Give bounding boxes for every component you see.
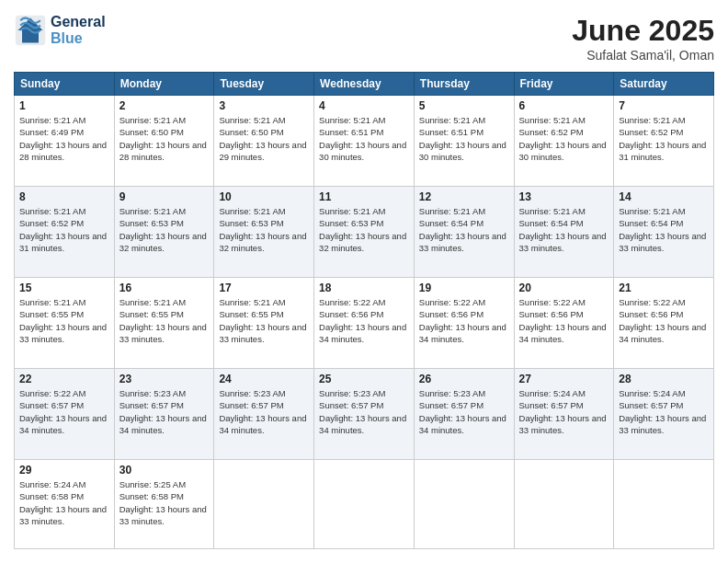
day-number: 29 bbox=[19, 464, 109, 477]
sunrise-label: Sunrise: 5:21 AM bbox=[219, 115, 285, 125]
sunset-label: Sunset: 6:56 PM bbox=[519, 309, 584, 319]
sunrise-label: Sunrise: 5:25 AM bbox=[119, 479, 186, 489]
day-detail: Sunrise: 5:22 AM Sunset: 6:56 PM Dayligh… bbox=[419, 296, 509, 345]
sunset-label: Sunset: 6:54 PM bbox=[619, 218, 683, 228]
day-detail: Sunrise: 5:23 AM Sunset: 6:57 PM Dayligh… bbox=[119, 387, 210, 436]
daylight-label: Daylight: 13 hours and 29 minutes. bbox=[219, 140, 306, 162]
table-row: 7 Sunrise: 5:21 AM Sunset: 6:52 PM Dayli… bbox=[614, 96, 714, 187]
table-row bbox=[514, 460, 614, 549]
table-row: 19 Sunrise: 5:22 AM Sunset: 6:56 PM Dayl… bbox=[414, 278, 514, 369]
daylight-label: Daylight: 13 hours and 34 minutes. bbox=[319, 413, 406, 435]
day-detail: Sunrise: 5:21 AM Sunset: 6:49 PM Dayligh… bbox=[19, 114, 109, 163]
sunset-label: Sunset: 6:51 PM bbox=[319, 127, 383, 137]
day-number: 11 bbox=[319, 190, 409, 203]
sunrise-label: Sunrise: 5:21 AM bbox=[219, 297, 285, 307]
day-detail: Sunrise: 5:21 AM Sunset: 6:53 PM Dayligh… bbox=[219, 205, 309, 254]
daylight-label: Daylight: 13 hours and 34 minutes. bbox=[619, 322, 706, 344]
daylight-label: Daylight: 13 hours and 30 minutes. bbox=[319, 140, 406, 162]
daylight-label: Daylight: 13 hours and 32 minutes. bbox=[319, 231, 406, 253]
logo-line2: Blue bbox=[51, 30, 106, 47]
daylight-label: Daylight: 13 hours and 32 minutes. bbox=[219, 231, 306, 253]
sunrise-label: Sunrise: 5:24 AM bbox=[519, 388, 586, 398]
logo-text: General Blue bbox=[51, 14, 106, 47]
table-row: 11 Sunrise: 5:21 AM Sunset: 6:53 PM Dayl… bbox=[314, 187, 415, 278]
day-number: 4 bbox=[319, 99, 409, 112]
day-number: 24 bbox=[219, 373, 309, 385]
day-number: 13 bbox=[519, 190, 609, 203]
daylight-label: Daylight: 13 hours and 33 minutes. bbox=[119, 504, 207, 526]
sunset-label: Sunset: 6:57 PM bbox=[119, 400, 184, 410]
table-row: 6 Sunrise: 5:21 AM Sunset: 6:52 PM Dayli… bbox=[514, 96, 614, 187]
table-row: 25 Sunrise: 5:23 AM Sunset: 6:57 PM Dayl… bbox=[314, 369, 415, 460]
sunset-label: Sunset: 6:57 PM bbox=[19, 400, 84, 410]
sunset-label: Sunset: 6:58 PM bbox=[119, 491, 184, 501]
logo: General Blue bbox=[14, 14, 106, 47]
table-row bbox=[614, 460, 714, 549]
daylight-label: Daylight: 13 hours and 33 minutes. bbox=[19, 322, 107, 344]
sunset-label: Sunset: 6:49 PM bbox=[19, 127, 84, 137]
day-detail: Sunrise: 5:21 AM Sunset: 6:55 PM Dayligh… bbox=[19, 296, 109, 345]
sunset-label: Sunset: 6:57 PM bbox=[519, 400, 584, 410]
table-row: 26 Sunrise: 5:23 AM Sunset: 6:57 PM Dayl… bbox=[414, 369, 514, 460]
sunrise-label: Sunrise: 5:21 AM bbox=[219, 206, 285, 216]
sunrise-label: Sunrise: 5:21 AM bbox=[19, 206, 85, 216]
daylight-label: Daylight: 13 hours and 32 minutes. bbox=[119, 231, 207, 253]
calendar-row: 8 Sunrise: 5:21 AM Sunset: 6:52 PM Dayli… bbox=[15, 187, 714, 278]
table-row: 5 Sunrise: 5:21 AM Sunset: 6:51 PM Dayli… bbox=[414, 96, 514, 187]
table-row: 30 Sunrise: 5:25 AM Sunset: 6:58 PM Dayl… bbox=[114, 460, 214, 549]
calendar-row: 29 Sunrise: 5:24 AM Sunset: 6:58 PM Dayl… bbox=[15, 460, 714, 549]
day-detail: Sunrise: 5:22 AM Sunset: 6:57 PM Dayligh… bbox=[19, 387, 109, 436]
sunrise-label: Sunrise: 5:22 AM bbox=[19, 388, 85, 398]
sunrise-label: Sunrise: 5:21 AM bbox=[19, 115, 85, 125]
calendar-row: 15 Sunrise: 5:21 AM Sunset: 6:55 PM Dayl… bbox=[15, 278, 714, 369]
daylight-label: Daylight: 13 hours and 30 minutes. bbox=[519, 140, 607, 162]
sunset-label: Sunset: 6:56 PM bbox=[319, 309, 383, 319]
sunrise-label: Sunrise: 5:22 AM bbox=[419, 297, 485, 307]
sunset-label: Sunset: 6:50 PM bbox=[219, 127, 283, 137]
day-detail: Sunrise: 5:24 AM Sunset: 6:57 PM Dayligh… bbox=[519, 387, 609, 436]
day-number: 25 bbox=[319, 373, 409, 385]
day-detail: Sunrise: 5:21 AM Sunset: 6:52 PM Dayligh… bbox=[519, 114, 609, 163]
day-number: 3 bbox=[219, 99, 309, 112]
day-number: 5 bbox=[419, 99, 509, 112]
sunrise-label: Sunrise: 5:24 AM bbox=[19, 479, 85, 489]
location-subtitle: Sufalat Sama'il, Oman bbox=[572, 48, 714, 63]
day-number: 15 bbox=[19, 282, 109, 294]
table-row: 4 Sunrise: 5:21 AM Sunset: 6:51 PM Dayli… bbox=[314, 96, 415, 187]
daylight-label: Daylight: 13 hours and 31 minutes. bbox=[19, 231, 107, 253]
table-row: 21 Sunrise: 5:22 AM Sunset: 6:56 PM Dayl… bbox=[614, 278, 714, 369]
day-detail: Sunrise: 5:21 AM Sunset: 6:53 PM Dayligh… bbox=[319, 205, 409, 254]
daylight-label: Daylight: 13 hours and 34 minutes. bbox=[219, 413, 306, 435]
col-monday: Monday bbox=[114, 73, 214, 96]
table-row: 17 Sunrise: 5:21 AM Sunset: 6:55 PM Dayl… bbox=[214, 278, 314, 369]
day-detail: Sunrise: 5:24 AM Sunset: 6:57 PM Dayligh… bbox=[619, 387, 709, 436]
sunrise-label: Sunrise: 5:21 AM bbox=[419, 206, 485, 216]
day-number: 19 bbox=[419, 282, 509, 294]
day-detail: Sunrise: 5:21 AM Sunset: 6:53 PM Dayligh… bbox=[119, 205, 210, 254]
calendar-row: 1 Sunrise: 5:21 AM Sunset: 6:49 PM Dayli… bbox=[15, 96, 714, 187]
daylight-label: Daylight: 13 hours and 33 minutes. bbox=[619, 413, 706, 435]
table-row: 9 Sunrise: 5:21 AM Sunset: 6:53 PM Dayli… bbox=[114, 187, 214, 278]
col-saturday: Saturday bbox=[614, 73, 714, 96]
table-row: 8 Sunrise: 5:21 AM Sunset: 6:52 PM Dayli… bbox=[15, 187, 115, 278]
table-row: 28 Sunrise: 5:24 AM Sunset: 6:57 PM Dayl… bbox=[614, 369, 714, 460]
day-detail: Sunrise: 5:21 AM Sunset: 6:54 PM Dayligh… bbox=[619, 205, 709, 254]
sunset-label: Sunset: 6:52 PM bbox=[519, 127, 584, 137]
day-detail: Sunrise: 5:22 AM Sunset: 6:56 PM Dayligh… bbox=[619, 296, 709, 345]
sunset-label: Sunset: 6:52 PM bbox=[619, 127, 683, 137]
table-row: 15 Sunrise: 5:21 AM Sunset: 6:55 PM Dayl… bbox=[15, 278, 115, 369]
daylight-label: Daylight: 13 hours and 33 minutes. bbox=[119, 322, 207, 344]
sunrise-label: Sunrise: 5:22 AM bbox=[519, 297, 586, 307]
table-row bbox=[414, 460, 514, 549]
sunrise-label: Sunrise: 5:21 AM bbox=[519, 206, 586, 216]
logo-line1: General bbox=[51, 14, 106, 30]
day-number: 30 bbox=[119, 464, 210, 477]
day-number: 17 bbox=[219, 282, 309, 294]
sunrise-label: Sunrise: 5:21 AM bbox=[319, 206, 385, 216]
table-row: 12 Sunrise: 5:21 AM Sunset: 6:54 PM Dayl… bbox=[414, 187, 514, 278]
sunrise-label: Sunrise: 5:23 AM bbox=[119, 388, 186, 398]
day-detail: Sunrise: 5:21 AM Sunset: 6:51 PM Dayligh… bbox=[419, 114, 509, 163]
day-number: 16 bbox=[119, 282, 210, 294]
day-detail: Sunrise: 5:23 AM Sunset: 6:57 PM Dayligh… bbox=[419, 387, 509, 436]
day-number: 18 bbox=[319, 282, 409, 294]
